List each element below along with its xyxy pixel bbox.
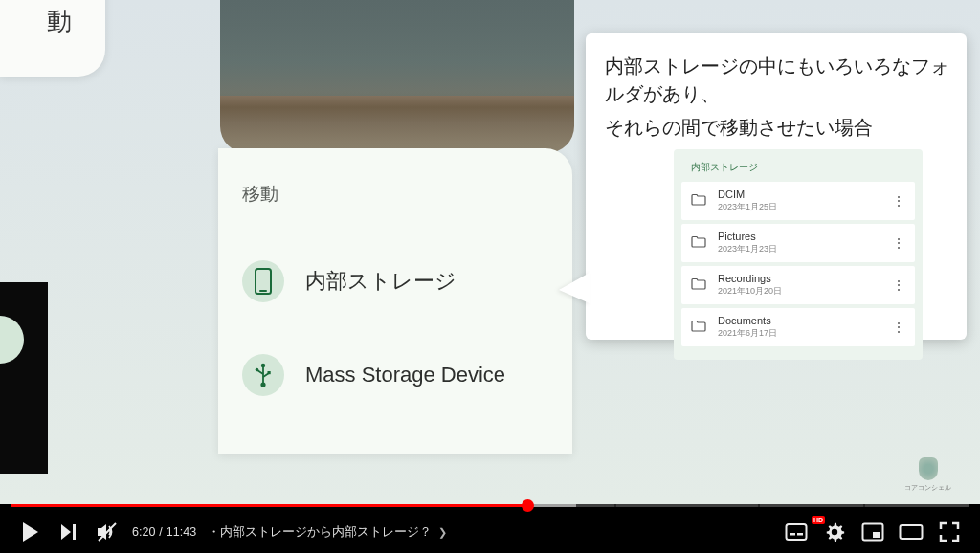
folder-item[interactable]: Documents 2021年6月17日 ⋮ (681, 308, 915, 346)
folder-icon (691, 319, 708, 336)
usb-icon (242, 354, 284, 396)
progress-played (11, 504, 528, 507)
miniplayer-button[interactable] (854, 513, 892, 551)
folder-list-header: 内部ストレージ (681, 159, 915, 182)
progress-loaded (528, 504, 576, 507)
left-card-fragment: 動 (0, 0, 105, 77)
fullscreen-button[interactable] (930, 513, 969, 551)
more-icon[interactable]: ⋮ (886, 278, 911, 292)
duration: 11:43 (167, 525, 196, 539)
folder-name: Documents (718, 315, 877, 326)
video-player: 動 移動 内部ストレージ (0, 0, 980, 553)
mute-button[interactable] (88, 513, 126, 551)
video-frame[interactable]: 動 移動 内部ストレージ (0, 0, 980, 504)
phone-icon (242, 260, 284, 302)
watermark-text: コアコンシェル (904, 483, 951, 493)
storage-option-internal[interactable]: 内部ストレージ (242, 253, 548, 310)
svg-rect-7 (73, 524, 76, 540)
more-icon[interactable]: ⋮ (886, 321, 911, 334)
folder-date: 2023年1月23日 (718, 243, 877, 255)
folder-date: 2021年6月17日 (718, 327, 877, 340)
dialog-title: 移動 (242, 182, 548, 207)
channel-watermark[interactable]: コアコンシェル (904, 457, 951, 493)
svg-point-5 (256, 368, 259, 372)
chapter-link[interactable]: ・内部ストレージから内部ストレージ？ ❯ (208, 524, 447, 541)
storage-option-usb[interactable]: Mass Storage Device (242, 346, 548, 404)
svg-point-4 (260, 382, 265, 387)
svg-rect-15 (901, 525, 923, 539)
svg-rect-11 (797, 533, 803, 536)
svg-rect-9 (787, 524, 807, 540)
move-dialog: 移動 内部ストレージ (218, 148, 572, 454)
time-separator: / (159, 525, 162, 539)
folder-icon (691, 192, 708, 210)
folder-name: Recordings (718, 273, 877, 284)
storage-option-label: 内部ストレージ (305, 267, 457, 296)
folder-name: Pictures (718, 231, 877, 242)
folder-icon (691, 234, 708, 252)
more-icon[interactable]: ⋮ (886, 194, 911, 208)
folder-date: 2021年10月20日 (718, 285, 877, 298)
chevron-right-icon: ❯ (438, 526, 447, 538)
current-time: 6:20 (132, 525, 155, 539)
callout-line-1: 内部ストレージの中にもいろいろなフォルダがあり、 (605, 53, 949, 108)
chapter-marker (758, 504, 760, 507)
next-button[interactable] (50, 513, 88, 551)
chapter-marker (863, 504, 865, 507)
folder-text: Recordings 2021年10月20日 (718, 273, 877, 298)
more-icon[interactable]: ⋮ (886, 236, 911, 250)
hd-badge: HD (812, 516, 825, 524)
svg-rect-6 (268, 371, 271, 374)
folder-name: DCIM (718, 188, 877, 200)
folder-text: DCIM 2023年1月25日 (718, 188, 877, 213)
chapter-marker (614, 504, 616, 507)
time-display: 6:20 / 11:43 ・内部ストレージから内部ストレージ？ ❯ (132, 524, 447, 541)
folder-text: Pictures 2023年1月23日 (718, 231, 877, 255)
callout-line-2: それらの間で移動させたい場合 (605, 114, 949, 142)
folder-date: 2023年1月25日 (718, 201, 877, 213)
folder-item[interactable]: Recordings 2021年10月20日 ⋮ (681, 266, 915, 304)
theater-button[interactable] (892, 513, 930, 551)
left-card-text: 動 (47, 5, 72, 38)
svg-rect-10 (790, 533, 795, 536)
folder-icon (691, 276, 708, 294)
folder-item[interactable]: DCIM 2023年1月25日 ⋮ (681, 182, 915, 220)
storage-option-label: Mass Storage Device (305, 363, 505, 387)
svg-rect-14 (873, 532, 880, 538)
player-controls: 6:20 / 11:43 ・内部ストレージから内部ストレージ？ ❯ (0, 511, 980, 553)
left-black-bar (0, 282, 48, 474)
subtitles-button[interactable] (777, 513, 815, 551)
folder-list-panel: 内部ストレージ DCIM 2023年1月25日 ⋮ (674, 149, 923, 360)
progress-bar[interactable] (11, 504, 969, 507)
play-button[interactable] (11, 513, 50, 551)
background-photo (220, 0, 574, 153)
explanation-callout: 内部ストレージの中にもいろいろなフォルダがあり、 それらの間で移動させたい場合 … (586, 33, 967, 340)
folder-text: Documents 2021年6月17日 (718, 315, 877, 340)
svg-point-12 (832, 529, 837, 535)
folder-item[interactable]: Pictures 2023年1月23日 ⋮ (681, 224, 915, 262)
watermark-icon (919, 457, 938, 480)
